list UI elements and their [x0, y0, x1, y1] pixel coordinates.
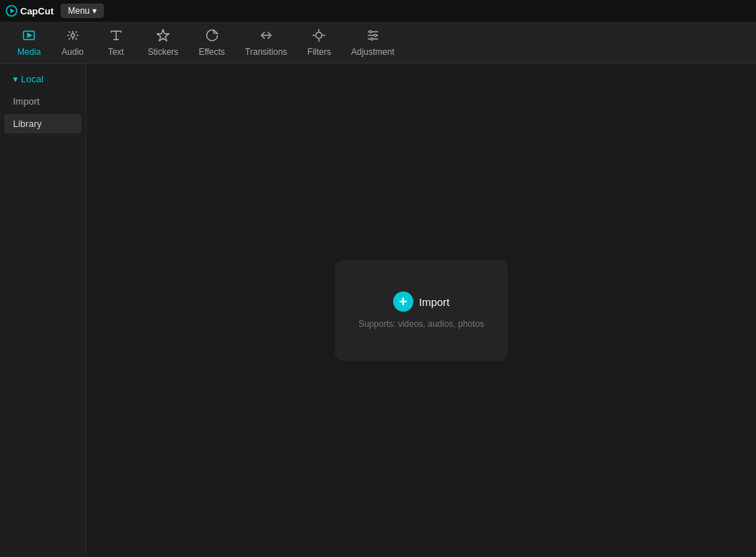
- import-plus-icon: +: [393, 291, 413, 312]
- tab-adjustment[interactable]: Adjustment: [341, 24, 405, 61]
- svg-marker-3: [28, 34, 32, 38]
- sidebar-item-local[interactable]: ▾ Local: [4, 69, 82, 89]
- logo-text: CapCut: [20, 6, 53, 17]
- effects-icon: [205, 28, 219, 45]
- menu-chevron-icon: ▾: [92, 6, 97, 16]
- import-dropzone[interactable]: + Import Supports: videos, audios, photo…: [335, 260, 508, 361]
- tab-filters[interactable]: Filters: [297, 24, 341, 61]
- tab-audio-label: Audio: [61, 48, 84, 56]
- toolbar: Media Audio Text: [0, 22, 756, 63]
- import-label: Import: [419, 296, 450, 308]
- content-area: + Import Supports: videos, audios, photo…: [87, 63, 756, 557]
- adjustment-icon: [366, 28, 380, 45]
- filters-svg: [312, 28, 326, 43]
- import-subtitle: Supports: videos, audios, photos: [359, 319, 484, 329]
- tab-media-label: Media: [17, 48, 41, 56]
- sidebar-item-import[interactable]: Import: [4, 92, 82, 111]
- text-icon: [109, 28, 123, 45]
- sidebar-item-import-label: Import: [13, 96, 40, 107]
- menu-label: Menu: [68, 6, 89, 16]
- filters-icon: [312, 28, 326, 45]
- tab-text[interactable]: Text: [94, 24, 138, 61]
- tab-audio[interactable]: Audio: [51, 24, 94, 61]
- media-svg: [22, 28, 36, 43]
- svg-point-7: [374, 34, 376, 36]
- transitions-svg: [259, 28, 273, 43]
- svg-marker-1: [10, 9, 14, 13]
- effects-svg: [205, 28, 219, 43]
- sidebar: ▾ Local Import Library: [0, 63, 87, 557]
- svg-point-6: [369, 30, 372, 32]
- tab-stickers[interactable]: Stickers: [138, 24, 189, 61]
- audio-icon: [66, 28, 80, 45]
- main-layout: ▾ Local Import Library + Import Supports…: [0, 63, 756, 557]
- import-button[interactable]: + Import: [393, 291, 450, 312]
- chevron-down-icon: ▾: [13, 74, 18, 84]
- tab-transitions-label: Transitions: [245, 48, 287, 56]
- svg-point-5: [316, 32, 322, 38]
- stickers-svg: [156, 28, 170, 43]
- logo: CapCut: [6, 5, 53, 17]
- tab-filters-label: Filters: [307, 48, 331, 56]
- menu-button[interactable]: Menu ▾: [61, 4, 104, 18]
- tab-media[interactable]: Media: [7, 24, 51, 61]
- tab-transitions[interactable]: Transitions: [235, 24, 297, 61]
- tab-effects-label: Effects: [198, 48, 224, 56]
- transitions-icon: [259, 28, 273, 45]
- tab-stickers-label: Stickers: [148, 48, 179, 56]
- stickers-icon: [156, 28, 170, 45]
- tab-text-label: Text: [108, 48, 124, 56]
- sidebar-item-local-label: Local: [21, 74, 43, 84]
- tab-adjustment-label: Adjustment: [351, 48, 395, 56]
- sidebar-item-library[interactable]: Library: [4, 114, 82, 133]
- logo-icon: [6, 5, 17, 17]
- svg-point-8: [370, 38, 372, 40]
- sidebar-item-library-label: Library: [13, 118, 42, 129]
- media-icon: [22, 28, 36, 45]
- titlebar: CapCut Menu ▾: [0, 0, 756, 22]
- tab-effects[interactable]: Effects: [188, 24, 234, 61]
- audio-svg: [66, 28, 80, 43]
- text-svg: [109, 28, 123, 43]
- adjustment-svg: [366, 28, 380, 43]
